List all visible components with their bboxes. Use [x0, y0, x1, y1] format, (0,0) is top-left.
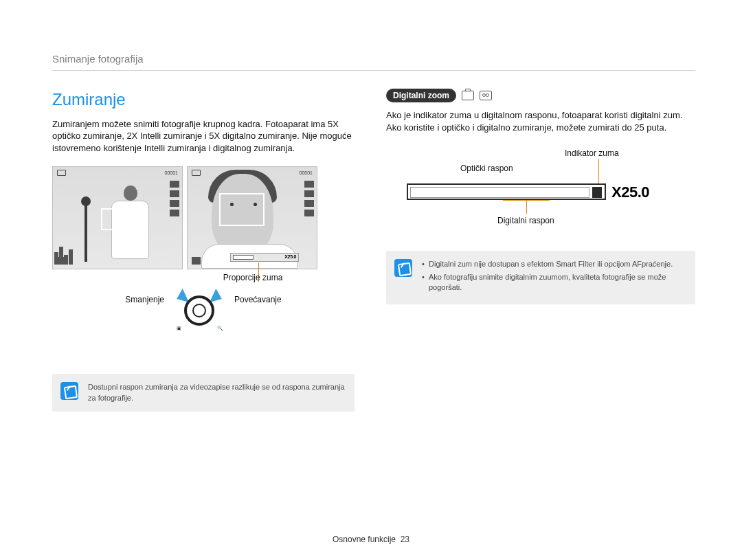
page-title: Zumiranje	[52, 89, 355, 111]
note-box: Dostupni raspon zumiranja za videozapise…	[52, 374, 355, 412]
breadcrumb: Snimanje fotografija	[52, 52, 695, 66]
camera-icon	[192, 170, 201, 176]
note-icon	[60, 382, 78, 400]
focus-frame-icon	[101, 208, 131, 230]
camera-icon	[57, 170, 66, 176]
note-icon	[394, 259, 412, 277]
label-zoom-in: Povećavanje	[234, 290, 282, 305]
example-screenshots: 00001	[52, 166, 355, 269]
zoom-value: X25.0	[611, 182, 649, 203]
zoom-bar	[407, 183, 606, 200]
label-zoom-out: Smanjenje	[125, 290, 164, 305]
label-zoom-proportions: Proporcije zuma	[223, 272, 283, 283]
callout-line	[526, 200, 527, 214]
section-divider	[52, 70, 695, 71]
frame-counter: 00001	[300, 170, 313, 176]
zoom-range-diagram: Indikator zuma Optički raspon X25.0 Digi…	[407, 148, 661, 230]
note-item: Digitalni zum nije dostupan s efektom Sm…	[422, 259, 686, 269]
page-footer: Osnovne funkcije 23	[0, 534, 742, 545]
photo-mode-icon	[462, 91, 474, 100]
label-indicator: Indikator zuma	[565, 148, 619, 159]
scene-mode-icon	[480, 91, 492, 100]
label-digital-range: Digitalni raspon	[497, 215, 554, 226]
note-text: Dostupni raspon zumiranja za videozapise…	[88, 382, 345, 403]
label-optical-range: Optički raspon	[460, 163, 513, 174]
frame-counter: 00001	[165, 170, 178, 176]
focus-frame-icon	[219, 193, 265, 226]
digital-intro: Ako je indikator zuma u digitalnom raspo…	[386, 109, 695, 133]
digital-zoom-badge: Digitalni zoom	[386, 89, 456, 102]
screenshot-zoomed: 00001 X25.0	[187, 166, 317, 269]
intro-paragraph: Zumiranjem možete snimiti fotografije kr…	[52, 118, 355, 155]
zoom-bar-overlay: X25.0	[230, 253, 299, 262]
note-box: Digitalni zum nije dostupan s efektom Sm…	[386, 251, 695, 304]
zoom-dial-icon: ▣ 🔍	[177, 290, 222, 328]
zoom-marker	[592, 187, 602, 198]
note-item: Ako fotografiju snimite digitalnim zuumo…	[422, 272, 686, 293]
screenshot-wide: 00001	[52, 166, 183, 269]
callout-line	[598, 159, 599, 183]
